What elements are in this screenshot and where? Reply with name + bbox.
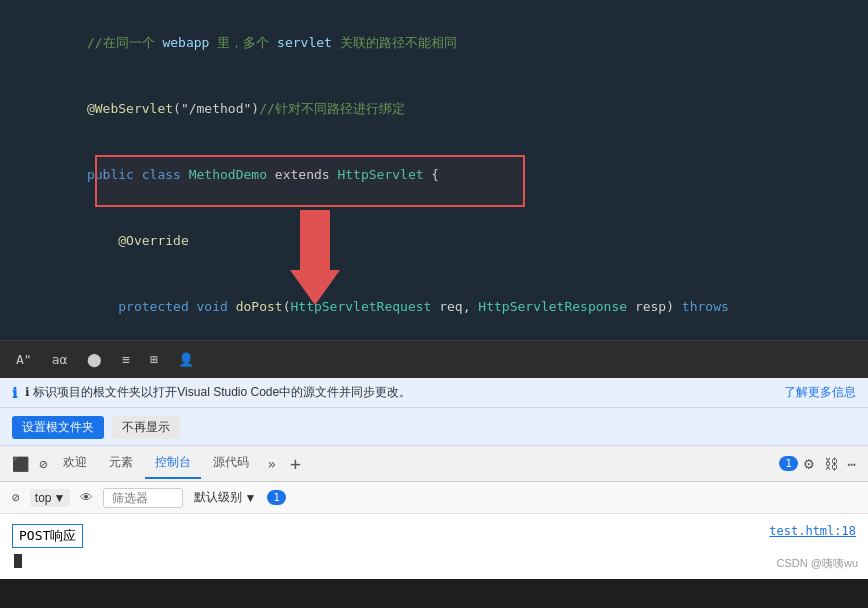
set-root-folder-button[interactable]: 设置根文件夹 xyxy=(12,416,104,439)
top-label: top xyxy=(35,491,52,505)
arrow-down xyxy=(290,210,340,305)
code-line-2: @WebServlet("/method")//针对不同路径进行绑定 xyxy=(40,76,858,142)
console-output: POST响应 test.html:18 xyxy=(0,514,868,579)
level-badge: 1 xyxy=(267,490,286,505)
info-actions: 设置根文件夹 不再显示 xyxy=(12,416,856,439)
toolbar-btn-grid[interactable]: ⊞ xyxy=(144,350,164,369)
level-dropdown[interactable]: 默认级别 ▼ xyxy=(189,487,261,508)
info-actions-bar: 设置根文件夹 不再显示 xyxy=(0,408,868,446)
branding: CSDN @咦咦wu xyxy=(777,556,858,571)
devtools-icon-elements[interactable]: ⬛ xyxy=(8,452,33,476)
code-editor: //在同一个 webapp 里，多个 servlet 关联的路径不能相同 @We… xyxy=(0,0,868,340)
toolbar-strip: A" aα ⬤ ≡ ⊞ 👤 xyxy=(0,340,868,378)
level-arrow: ▼ xyxy=(244,491,256,505)
tab-welcome[interactable]: 欢迎 xyxy=(53,448,97,479)
clear-console-button[interactable]: ⊘ xyxy=(8,488,24,507)
top-dropdown[interactable]: top ▼ xyxy=(30,489,71,507)
filter-input[interactable] xyxy=(103,488,183,508)
code-area: //在同一个 webapp 里，多个 servlet 关联的路径不能相同 @We… xyxy=(0,0,868,340)
tab-elements[interactable]: 元素 xyxy=(99,448,143,479)
code-line-3: public class MethodDemo extends HttpServ… xyxy=(40,142,858,208)
console-badge: 1 xyxy=(779,456,798,471)
devtools-panel: ℹ ℹ 标识项目的根文件夹以打开Visual Studio Code中的源文件并… xyxy=(0,378,868,579)
console-cursor xyxy=(14,554,22,568)
info-icon: ℹ xyxy=(12,385,17,401)
toolbar-btn-dot[interactable]: ⬤ xyxy=(81,350,108,369)
no-show-button[interactable]: 不再显示 xyxy=(112,416,180,439)
info-bar: ℹ ℹ 标识项目的根文件夹以打开Visual Studio Code中的源文件并… xyxy=(0,378,868,408)
settings-icon[interactable]: ⚙ xyxy=(800,450,818,477)
top-dropdown-arrow: ▼ xyxy=(54,491,66,505)
info-message: ℹ 标识项目的根文件夹以打开Visual Studio Code中的源文件并同步… xyxy=(25,384,411,401)
console-entry-1: POST响应 test.html:18 xyxy=(12,522,856,550)
toolbar-btn-user[interactable]: 👤 xyxy=(172,350,200,369)
tab-more-icon[interactable]: » xyxy=(261,452,281,476)
devtools-tabs: ⬛ ⊘ 欢迎 元素 控制台 源代码 » + 1 ⚙ ⛓ ⋯ xyxy=(0,446,868,482)
console-entry-left: POST响应 xyxy=(12,524,83,548)
code-line-4: @Override xyxy=(40,208,858,274)
code-line-1: //在同一个 webapp 里，多个 servlet 关联的路径不能相同 xyxy=(40,10,858,76)
eye-icon[interactable]: 👁 xyxy=(76,488,97,507)
devtools-icon-inspect[interactable]: ⊘ xyxy=(35,452,51,476)
info-bar-left: ℹ ℹ 标识项目的根文件夹以打开Visual Studio Code中的源文件并… xyxy=(12,384,411,401)
tab-console[interactable]: 控制台 xyxy=(145,448,201,479)
more-options-icon[interactable]: ⋯ xyxy=(844,452,860,476)
info-link[interactable]: 了解更多信息 xyxy=(784,384,856,401)
tab-add-icon[interactable]: + xyxy=(284,453,307,474)
toolbar-btn-ao[interactable]: aα xyxy=(46,350,74,369)
console-source-link[interactable]: test.html:18 xyxy=(769,524,856,538)
share-icon[interactable]: ⛓ xyxy=(820,452,842,476)
toolbar-btn-a[interactable]: A" xyxy=(10,350,38,369)
level-label: 默认级别 xyxy=(194,489,242,506)
console-output-text: POST响应 xyxy=(12,524,83,548)
console-cursor-line xyxy=(12,550,856,571)
toolbar-btn-lines[interactable]: ≡ xyxy=(116,350,136,369)
console-toolbar: ⊘ top ▼ 👁 默认级别 ▼ 1 xyxy=(0,482,868,514)
code-line-5: protected void doPost(HttpServletRequest… xyxy=(40,274,858,340)
tab-sources[interactable]: 源代码 xyxy=(203,448,259,479)
